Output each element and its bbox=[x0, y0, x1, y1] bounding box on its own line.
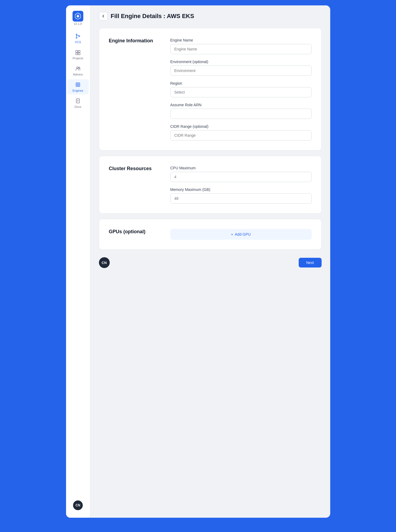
docs-icon bbox=[75, 98, 81, 104]
admins-icon bbox=[75, 65, 81, 72]
app-version: v2.1.0 bbox=[74, 22, 82, 25]
sidebar-docs-label: Docs bbox=[74, 105, 81, 108]
cpu-maximum-field-group: CPU Maximum bbox=[170, 166, 312, 182]
sidebar-item-projects[interactable]: Projects bbox=[67, 47, 89, 62]
sidebar-item-docs[interactable]: Docs bbox=[67, 95, 89, 111]
assume-role-arn-field-group: Assume Role ARN bbox=[170, 103, 312, 119]
svg-point-10 bbox=[79, 67, 80, 68]
cidr-range-field-group: CIDR Range (optional) bbox=[170, 124, 312, 140]
assume-role-arn-label: Assume Role ARN bbox=[170, 103, 312, 107]
footer-avatar: CN bbox=[99, 257, 110, 268]
svg-rect-15 bbox=[78, 85, 79, 86]
cpu-maximum-input[interactable] bbox=[170, 172, 312, 182]
sidebar-item-vcs[interactable]: VCS bbox=[67, 31, 89, 46]
region-field-group: Region bbox=[170, 81, 312, 97]
svg-rect-5 bbox=[76, 50, 78, 52]
sidebar-item-admins[interactable]: Admins bbox=[67, 63, 89, 78]
environment-label: Environment (optional) bbox=[170, 60, 312, 64]
gpus-title: GPUs (optional) bbox=[109, 229, 157, 240]
sidebar-engines-label: Engines bbox=[73, 89, 83, 92]
cluster-resources-title: Cluster Resources bbox=[109, 166, 157, 204]
environment-input[interactable] bbox=[170, 66, 312, 76]
svg-point-9 bbox=[77, 67, 78, 68]
page-footer: CN Next bbox=[99, 255, 322, 268]
page-header: Fill Engine Details : AWS EKS bbox=[99, 12, 322, 20]
sidebar-admins-label: Admins bbox=[73, 73, 83, 76]
cidr-range-input[interactable] bbox=[170, 130, 312, 140]
gpus-fields: + Add GPU bbox=[170, 229, 312, 240]
environment-field-group: Environment (optional) bbox=[170, 60, 312, 76]
sidebar-projects-label: Projects bbox=[73, 57, 83, 60]
vcs-icon bbox=[75, 33, 81, 39]
engine-name-field-group: Engine Name bbox=[170, 38, 312, 54]
engine-information-title: Engine Information bbox=[109, 38, 157, 140]
sidebar-item-engines[interactable]: Engines bbox=[67, 79, 89, 94]
cluster-resources-fields: CPU Maximum Memory Maximum (GB) bbox=[170, 166, 312, 204]
region-input[interactable] bbox=[170, 87, 312, 97]
cpu-maximum-label: CPU Maximum bbox=[170, 166, 312, 170]
svg-rect-14 bbox=[77, 85, 78, 86]
svg-rect-6 bbox=[78, 50, 80, 52]
sidebar: v2.1.0 VCS bbox=[66, 5, 90, 518]
add-gpu-label: Add GPU bbox=[235, 232, 251, 236]
memory-maximum-input[interactable] bbox=[170, 193, 312, 204]
cidr-range-label: CIDR Range (optional) bbox=[170, 124, 312, 129]
memory-maximum-label: Memory Maximum (GB) bbox=[170, 187, 312, 192]
gpus-card: GPUs (optional) + Add GPU bbox=[99, 219, 322, 250]
svg-rect-7 bbox=[76, 53, 78, 55]
engines-icon bbox=[75, 81, 81, 88]
memory-maximum-field-group: Memory Maximum (GB) bbox=[170, 187, 312, 204]
assume-role-arn-input[interactable] bbox=[170, 109, 312, 119]
region-label: Region bbox=[170, 81, 312, 85]
engine-information-card: Engine Information Engine Name Environme… bbox=[99, 28, 322, 150]
cluster-resources-card: Cluster Resources CPU Maximum Memory Max… bbox=[99, 156, 322, 214]
add-gpu-icon: + bbox=[231, 232, 233, 236]
svg-rect-12 bbox=[77, 84, 78, 84]
sidebar-vcs-label: VCS bbox=[75, 40, 81, 44]
svg-rect-8 bbox=[78, 53, 80, 55]
engine-name-input[interactable] bbox=[170, 44, 312, 54]
back-button[interactable] bbox=[99, 12, 108, 20]
sidebar-avatar: CN bbox=[73, 500, 83, 510]
svg-rect-13 bbox=[78, 84, 79, 84]
add-gpu-button[interactable]: + Add GPU bbox=[170, 229, 312, 240]
svg-point-1 bbox=[77, 15, 79, 17]
engine-information-fields: Engine Name Environment (optional) Regio… bbox=[170, 38, 312, 140]
svg-point-3 bbox=[76, 37, 77, 38]
page-title: Fill Engine Details : AWS EKS bbox=[111, 13, 194, 20]
svg-point-2 bbox=[76, 34, 77, 35]
app-logo: v2.1.0 bbox=[73, 11, 83, 25]
svg-rect-11 bbox=[76, 83, 80, 87]
main-content: Fill Engine Details : AWS EKS Engine Inf… bbox=[90, 5, 330, 518]
projects-icon bbox=[75, 49, 81, 56]
next-button[interactable]: Next bbox=[299, 258, 322, 267]
engine-name-label: Engine Name bbox=[170, 38, 312, 42]
